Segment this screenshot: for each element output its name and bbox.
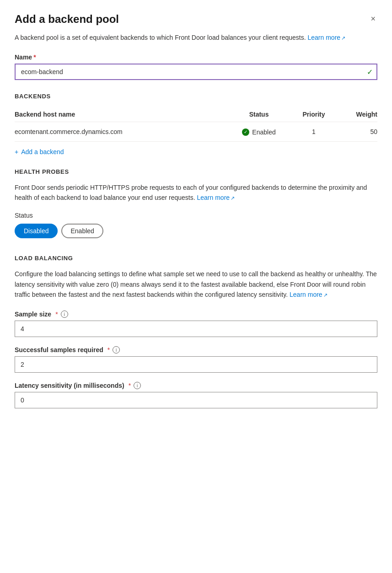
- sample-size-input[interactable]: [15, 321, 377, 337]
- sample-size-field-group: Sample size * i: [15, 311, 377, 337]
- load-balancing-learn-more-link[interactable]: Learn more↗: [290, 291, 328, 298]
- toggle-enabled-button[interactable]: Enabled: [61, 224, 103, 238]
- intro-learn-more-link[interactable]: Learn more↗: [308, 34, 346, 41]
- latency-sensitivity-input[interactable]: [15, 392, 377, 408]
- col-header-status: Status: [226, 107, 292, 122]
- sample-size-label: Sample size: [15, 311, 51, 318]
- latency-sensitivity-field-group: Latency sensitivity (in milliseconds) * …: [15, 382, 377, 408]
- name-input[interactable]: [15, 64, 377, 80]
- col-header-weight: Weight: [336, 107, 377, 122]
- backends-section-title: BACKENDS: [15, 93, 377, 100]
- close-button[interactable]: ×: [369, 13, 377, 25]
- health-probes-toggle-group: Disabled Enabled: [15, 224, 377, 238]
- health-probes-external-icon: ↗: [231, 195, 235, 201]
- panel-title: Add a backend pool: [15, 13, 119, 26]
- health-probes-description: Front Door sends periodic HTTP/HTTPS pro…: [15, 182, 377, 203]
- successful-samples-field-group: Successful samples required * i: [15, 346, 377, 373]
- lb-external-icon: ↗: [323, 292, 328, 298]
- intro-description: A backend pool is a set of equivalent ba…: [15, 33, 377, 43]
- latency-sensitivity-label: Latency sensitivity (in milliseconds): [15, 382, 124, 389]
- col-header-priority: Priority: [292, 107, 336, 122]
- name-required-star: *: [33, 54, 36, 61]
- successful-samples-info-icon: i: [113, 346, 120, 353]
- name-input-wrapper: ✓: [15, 64, 377, 80]
- backend-priority: 1: [292, 122, 336, 142]
- successful-samples-required: *: [107, 346, 110, 353]
- successful-samples-label: Successful samples required: [15, 346, 103, 353]
- successful-samples-input[interactable]: [15, 356, 377, 373]
- name-label: Name*: [15, 54, 377, 61]
- table-row: ecomtenant.commerce.dynamics.com ✓ Enabl…: [15, 122, 377, 142]
- sample-size-info-icon: i: [61, 311, 68, 318]
- col-header-hostname: Backend host name: [15, 107, 226, 122]
- backends-table-header-row: Backend host name Status Priority Weight: [15, 107, 377, 122]
- sample-size-required: *: [55, 311, 58, 318]
- health-probes-status-label: Status: [15, 212, 377, 219]
- backend-status: ✓ Enabled: [226, 122, 292, 142]
- latency-sensitivity-required: *: [129, 382, 131, 389]
- health-probes-section-title: HEALTH PROBES: [15, 168, 377, 175]
- load-balancing-section-title: LOAD BALANCING: [15, 255, 377, 262]
- add-backend-button[interactable]: + Add a backend: [15, 148, 64, 155]
- status-enabled-dot: ✓: [242, 129, 249, 136]
- panel-header: Add a backend pool ×: [15, 13, 377, 26]
- add-backend-pool-panel: Add a backend pool × A backend pool is a…: [0, 0, 392, 573]
- health-probes-learn-more-link[interactable]: Learn more↗: [197, 194, 235, 201]
- latency-sensitivity-info-icon: i: [134, 382, 141, 389]
- name-field-group: Name* ✓: [15, 54, 377, 80]
- backend-hostname: ecomtenant.commerce.dynamics.com: [15, 122, 226, 142]
- backend-weight: 50: [336, 122, 377, 142]
- backends-table: Backend host name Status Priority Weight…: [15, 107, 377, 142]
- add-backend-plus-icon: +: [15, 148, 18, 155]
- external-link-icon: ↗: [341, 35, 345, 41]
- toggle-disabled-button[interactable]: Disabled: [15, 224, 58, 238]
- load-balancing-description: Configure the load balancing settings to…: [15, 269, 377, 300]
- name-check-icon: ✓: [367, 68, 373, 76]
